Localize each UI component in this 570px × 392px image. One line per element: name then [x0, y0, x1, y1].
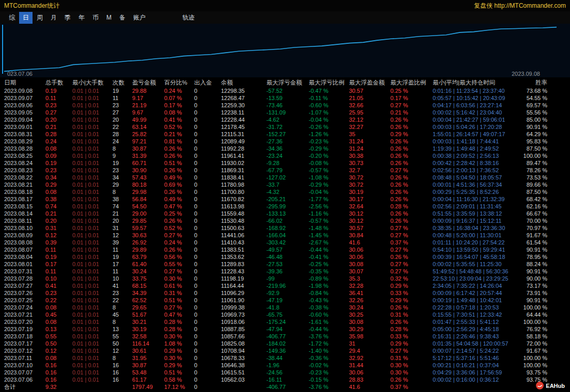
table-row[interactable]: 2023.08.010.170.01 | 0.011761.400.55 %01… — [0, 260, 570, 268]
table-cell: 0.01 | 0.01 — [72, 138, 113, 145]
table-row[interactable]: 2023.07.240.080.01 | 0.01829.650.27 %010… — [0, 304, 570, 311]
table-cell: 0 — [194, 253, 221, 260]
table-cell: 2023.08.25 — [4, 152, 45, 159]
table-row[interactable]: 2023.07.260.230.01 | 0.012334.390.31 %01… — [0, 289, 570, 297]
table-cell: 0.19 — [45, 87, 72, 94]
table-cell: 0 — [194, 297, 221, 304]
menu-item[interactable]: M — [103, 12, 115, 23]
table-cell: 0.25 % — [164, 210, 194, 217]
table-row[interactable]: 2023.08.070.110.01 | 0.011129.890.26 %01… — [0, 246, 570, 253]
table-row[interactable]: 2023.09.050.270.01 | 0.01279.670.08 %012… — [0, 109, 570, 116]
table-row[interactable]: 2023.09.070.110.01 | 0.01119.170.07 %012… — [0, 94, 570, 102]
table-cell: 0 — [194, 224, 221, 232]
table-cell: 0.27 % — [390, 268, 433, 275]
table-row[interactable]: 2023.07.210.450.01 | 0.014551.670.47 %01… — [0, 311, 570, 318]
table-cell: 0:01:11 | 10:24:20 | 27:54:22 — [433, 239, 516, 246]
table-cell: 93.75 % — [516, 369, 547, 376]
table-row[interactable]: 2023.07.100.160.01 | 0.011630.870.29 %01… — [0, 362, 570, 369]
table-row[interactable]: 2023.07.310.110.01 | 0.011130.240.27 %01… — [0, 268, 570, 275]
menu-item-trail[interactable]: 轨迹 — [179, 12, 198, 24]
menu-item[interactable]: 综 — [5, 12, 19, 24]
table-cell: -1.77 % — [309, 195, 349, 203]
table-row[interactable]: 2023.07.170.500.01 | 0.0150116.141.08 %0… — [0, 340, 570, 347]
table-cell: 23 — [113, 289, 132, 297]
table-cell: 0.01 | 0.01 — [72, 362, 113, 369]
table-cell: 2023.08.31 — [4, 130, 45, 138]
table-row[interactable]: 2023.09.060.230.01 | 0.012321.190.17 %01… — [0, 102, 570, 109]
table-row[interactable]: 2023.09.040.200.01 | 0.012049.990.41 %01… — [0, 116, 570, 123]
table-cell: 30.07 — [349, 268, 390, 275]
table-row[interactable]: 2023.08.230.230.01 | 0.012330.900.26 %01… — [0, 167, 570, 174]
table-cell: -0.60 % — [309, 311, 349, 318]
table-cell: 0.52 % — [164, 123, 194, 130]
table-row[interactable]: 2023.08.310.280.01 | 0.012825.820.21 %01… — [0, 130, 570, 138]
table-row[interactable]: 2023.09.010.210.01 | 0.012263.140.52 %01… — [0, 123, 570, 130]
table-row[interactable]: 2023.07.250.220.01 | 0.012262.520.51 %01… — [0, 297, 570, 304]
table-row[interactable]: 2023.08.210.290.01 | 0.012980.180.69 %01… — [0, 181, 570, 188]
table-row[interactable]: 2023.08.150.740.01 | 0.017454.500.47 %01… — [0, 203, 570, 210]
table-cell: 0.27 % — [390, 102, 433, 109]
table-row[interactable]: 2023.08.140.210.01 | 0.012129.000.25 %01… — [0, 210, 570, 217]
table-cell: 0.21 — [45, 123, 72, 130]
table-row[interactable]: 2023.08.290.240.01 | 0.012497.210.81 %01… — [0, 138, 570, 145]
table-row[interactable]: 2023.08.180.080.01 | 0.01829.980.26 %011… — [0, 188, 570, 195]
table-cell: -49.57 — [266, 246, 309, 253]
table-row[interactable]: 2023.07.270.410.01 | 0.014168.150.61 %01… — [0, 282, 570, 289]
table-row[interactable]: 2023.07.120.120.01 | 0.011230.610.29 %01… — [0, 347, 570, 354]
table-row[interactable]: 2023.07.110.080.01 | 0.01831.950.30 %010… — [0, 354, 570, 362]
menu-item[interactable]: 年 — [75, 12, 88, 24]
table-cell: 1:19:39 | 1:49:48 | 2:49:52 — [433, 145, 516, 152]
menu-item[interactable]: 备 — [116, 12, 129, 24]
table-row[interactable]: 2023.08.100.310.01 | 0.013159.570.52 %01… — [0, 224, 570, 232]
table-cell: 16 — [113, 369, 132, 376]
table-row[interactable]: 2023.07.190.130.01 | 0.011330.190.28 %01… — [0, 325, 570, 333]
table-row[interactable]: 2023.08.170.380.01 | 0.013856.840.49 %01… — [0, 195, 570, 203]
menu-item[interactable]: 币 — [89, 12, 102, 24]
table-row[interactable]: 2023.08.280.080.01 | 0.01830.870.26 %011… — [0, 145, 570, 152]
table-cell: 31.95 — [132, 354, 164, 362]
table-cell: 89.66 % — [516, 181, 547, 188]
table-cell: 2023.08.21 — [4, 181, 45, 188]
table-cell: 0 — [194, 130, 221, 138]
table-cell: 12238.11 — [221, 109, 266, 116]
menu-item[interactable]: 季 — [61, 12, 74, 24]
table-row[interactable]: 2023.08.080.390.01 | 0.013926.920.24 %01… — [0, 239, 570, 246]
table-cell: 0 — [194, 167, 221, 174]
table-cell: 0:16:31 | 2:26:46 | 9:38:43 — [433, 333, 516, 340]
table-cell: 0.01 | 0.01 — [72, 369, 113, 376]
table-row[interactable]: 2023.08.090.120.01 | 0.011230.630.27 %01… — [0, 232, 570, 239]
eahub-logo[interactable]: EAHub — [536, 382, 565, 389]
table-cell: 0.26 % — [390, 188, 433, 195]
table-cell: 0.28 — [45, 130, 72, 138]
table-row[interactable]: 2023.08.110.200.01 | 0.012029.850.26 %01… — [0, 217, 570, 224]
table-row[interactable]: 2023.08.040.190.01 | 0.011963.790.56 %01… — [0, 253, 570, 260]
menu-item[interactable]: 月 — [47, 12, 60, 24]
table-cell: -0.02 % — [309, 362, 349, 369]
table-row[interactable]: 2023.08.220.340.01 | 0.013457.430.49 %01… — [0, 174, 570, 181]
table-cell: 0.33 % — [390, 333, 433, 340]
table-row[interactable]: 2023.08.240.190.01 | 0.011960.710.51 %01… — [0, 159, 570, 167]
table-cell: 0.39 — [45, 239, 72, 246]
menu-item[interactable]: 周 — [33, 12, 46, 24]
table-cell: -46.48 — [266, 253, 309, 260]
table-row[interactable]: 2023.07.060.160.01 | 0.011661.170.58 %01… — [0, 376, 570, 383]
table-cell: 22 — [113, 123, 132, 130]
table-cell: 0.37 % — [390, 239, 433, 246]
table-row[interactable]: 2023.07.280.100.01 | 0.011033.750.30 %01… — [0, 275, 570, 282]
table-cell: 0.17 — [45, 260, 72, 268]
table-row[interactable]: 2023.07.200.080.01 | 0.01830.210.28 %010… — [0, 318, 570, 325]
table-cell: 11838.41 — [221, 174, 266, 181]
table-row[interactable]: 2023.09.080.190.01 | 0.011929.880.24 %01… — [0, 87, 570, 94]
table-row[interactable]: 2023.08.250.090.01 | 0.01931.390.26 %011… — [0, 152, 570, 159]
menu-item[interactable]: 日 — [19, 12, 33, 24]
table-cell: 55 — [113, 333, 132, 340]
table-cell: 0:00:38 | 2:09:52 | 2:56:13 — [433, 152, 516, 159]
table-cell: 2023.08.24 — [4, 159, 45, 167]
table-cell: 89.47 % — [516, 159, 547, 167]
table-cell: 25.82 — [132, 130, 164, 138]
table-row[interactable]: 2023.07.180.550.01 | 0.015532.580.30 %01… — [0, 333, 570, 340]
table-row[interactable]: 2023.07.070.160.01 | 0.011653.480.51 %01… — [0, 369, 570, 376]
table-cell: 0.12 — [45, 232, 72, 239]
titlebar-link[interactable]: 复盘侠 http://MTCommander.com — [474, 2, 566, 10]
menu-item[interactable]: 账户 — [130, 12, 149, 24]
